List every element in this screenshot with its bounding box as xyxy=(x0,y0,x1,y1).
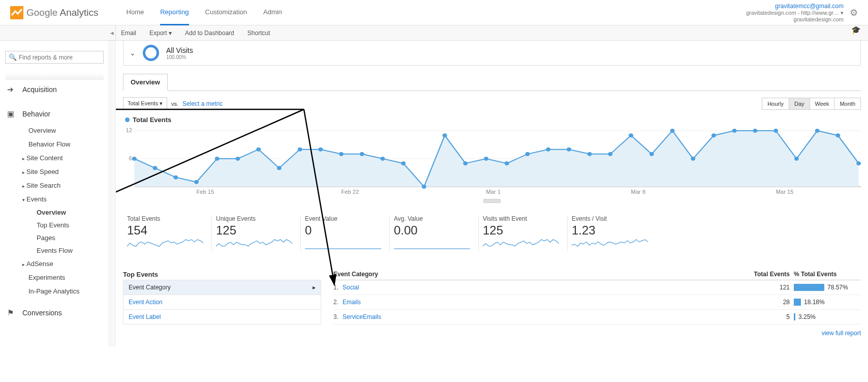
row-pct: 18.18% xyxy=(804,299,825,306)
svg-point-9 xyxy=(194,180,199,184)
view-full-report-link[interactable]: view full report xyxy=(333,330,861,337)
logo[interactable]: Google Analytics xyxy=(10,6,99,19)
sidebar-item-events-overview[interactable]: Overview xyxy=(5,206,104,219)
action-shortcut[interactable]: Shortcut xyxy=(247,30,270,37)
svg-text:Mar 8: Mar 8 xyxy=(631,189,646,195)
top-events-heading: Top Events xyxy=(123,271,321,278)
nav-reporting[interactable]: Reporting xyxy=(160,0,189,25)
segment-toggle-icon[interactable]: ⌄ xyxy=(130,49,136,57)
sidebar-item-behavior[interactable]: ▣ Behavior xyxy=(5,104,104,124)
vs-label: vs. xyxy=(171,101,178,107)
action-export[interactable]: Export ▾ xyxy=(149,30,172,37)
svg-point-14 xyxy=(298,148,302,152)
metric-dropdown[interactable]: Total Events ▾ xyxy=(123,97,167,110)
tab-overview[interactable]: Overview xyxy=(123,74,168,91)
row-total: 121 xyxy=(739,284,790,291)
row-index: 3. xyxy=(333,313,343,320)
sidebar-item-acquisition[interactable]: ➔ Acquisition xyxy=(5,80,104,99)
nav-home[interactable]: Home xyxy=(127,0,144,25)
table-row: 3. ServiceEmails 5 3.25% xyxy=(333,310,861,325)
svg-point-39 xyxy=(815,129,820,133)
dimension-row[interactable]: Event Label xyxy=(123,309,321,325)
select-metric-link[interactable]: Select a metric xyxy=(182,100,223,107)
sidebar-item-experiments[interactable]: Experiments xyxy=(5,271,104,284)
main-line-chart[interactable]: 612Feb 15Feb 22Mar 1Mar 8Mar 15 xyxy=(123,128,861,202)
nav-admin[interactable]: Admin xyxy=(263,0,282,25)
svg-point-20 xyxy=(422,185,426,189)
sidebar-item-behavior-flow[interactable]: Behavior Flow xyxy=(5,137,104,151)
scorecards-row: Total Events 154 Unique Events 125 Event… xyxy=(123,203,861,259)
svg-text:Mar 15: Mar 15 xyxy=(776,189,794,195)
sidebar-item-site-content[interactable]: Site Content xyxy=(5,151,104,165)
sidebar-item-adsense[interactable]: AdSense xyxy=(5,257,104,271)
dimension-row[interactable]: Event Action xyxy=(123,295,321,310)
svg-point-23 xyxy=(484,157,488,161)
svg-point-25 xyxy=(525,152,530,156)
scorecard[interactable]: Events / Visit 1.23 xyxy=(568,215,657,251)
table-row: 1. Social 121 78.57% xyxy=(333,280,861,295)
scorecard[interactable]: Visits with Event 125 xyxy=(479,215,568,251)
row-total: 28 xyxy=(739,299,790,306)
sidebar-item-site-speed[interactable]: Site Speed xyxy=(5,165,104,179)
sidebar-scrollbar[interactable] xyxy=(109,41,116,347)
period-month[interactable]: Month xyxy=(834,98,861,110)
action-email[interactable]: Email xyxy=(121,30,136,37)
behavior-icon: ▣ xyxy=(7,109,16,119)
nav-customization[interactable]: Customization xyxy=(205,0,247,25)
svg-point-40 xyxy=(835,133,840,137)
logo-text: Google Analytics xyxy=(26,7,99,18)
scorecard[interactable]: Avg. Value 0.00 xyxy=(390,215,479,251)
segment-header: ⌄ All Visits 100.00% xyxy=(123,41,861,66)
sidebar-collapse-handle[interactable]: ◂ xyxy=(109,25,116,40)
scorecard[interactable]: Unique Events 125 xyxy=(212,215,301,251)
account-switcher[interactable]: gravitatemcc@gmail.com gravitatedesign.c… xyxy=(746,3,858,22)
svg-point-34 xyxy=(711,133,716,137)
segment-ring-icon xyxy=(143,45,159,61)
dimension-row[interactable]: Event Category▸ xyxy=(123,280,321,295)
acquisition-icon: ➔ xyxy=(7,85,16,94)
svg-point-19 xyxy=(401,161,406,165)
gear-icon[interactable]: ⚙ xyxy=(850,7,858,18)
legend-label: Total Events xyxy=(133,116,171,124)
account-email: gravitatemcc@gmail.com xyxy=(746,3,844,10)
row-bar xyxy=(794,284,824,291)
row-name-link[interactable]: Emails xyxy=(343,299,739,306)
svg-point-33 xyxy=(691,157,695,161)
chevron-right-icon: ▸ xyxy=(313,284,316,291)
sidebar-item-events-top[interactable]: Top Events xyxy=(5,219,104,231)
segment-title: All Visits xyxy=(166,46,193,54)
action-add-to-dashboard[interactable]: Add to Dashboard xyxy=(185,30,234,37)
sidebar-item-events[interactable]: Events xyxy=(5,192,104,206)
sidebar-item-events-pages[interactable]: Pages xyxy=(5,231,104,244)
report-tabs: Overview xyxy=(123,74,861,91)
account-property: gravitatedesign.com - http://www.gr… ▾ xyxy=(746,10,844,16)
education-icon[interactable]: 🎓 xyxy=(851,25,861,40)
search-input-wrapper[interactable]: 🔍 xyxy=(5,51,104,64)
search-input[interactable] xyxy=(19,54,100,61)
sidebar-item-events-flow[interactable]: Events Flow xyxy=(5,244,104,257)
period-hourly[interactable]: Hourly xyxy=(762,98,789,110)
svg-text:Feb 22: Feb 22 xyxy=(342,189,359,195)
sidebar-item-inpage[interactable]: In-Page Analytics xyxy=(5,284,104,298)
sparkline xyxy=(394,239,470,250)
svg-point-10 xyxy=(215,157,220,161)
sidebar-item-site-search[interactable]: Site Search xyxy=(5,179,104,192)
row-name-link[interactable]: Social xyxy=(343,284,739,291)
sidebar-item-conversions[interactable]: ⚑ Conversions xyxy=(5,303,104,322)
sparkline xyxy=(572,239,648,250)
svg-point-13 xyxy=(277,166,282,170)
row-name-link[interactable]: ServiceEmails xyxy=(343,313,739,320)
sidebar-item-behavior-overview[interactable]: Overview xyxy=(5,124,104,137)
svg-text:6: 6 xyxy=(129,156,132,161)
top-bar: Google Analytics Home Reporting Customiz… xyxy=(0,0,868,25)
scorecard-label: Unique Events xyxy=(216,215,296,222)
period-day[interactable]: Day xyxy=(789,98,810,110)
sparkline xyxy=(216,239,292,250)
svg-point-35 xyxy=(732,129,737,133)
svg-point-22 xyxy=(463,161,468,165)
period-week[interactable]: Week xyxy=(810,98,835,110)
scorecard[interactable]: Total Events 154 xyxy=(123,215,212,251)
svg-point-8 xyxy=(173,175,178,180)
scorecard[interactable]: Event Value 0 xyxy=(301,215,390,251)
row-total: 5 xyxy=(739,313,790,320)
